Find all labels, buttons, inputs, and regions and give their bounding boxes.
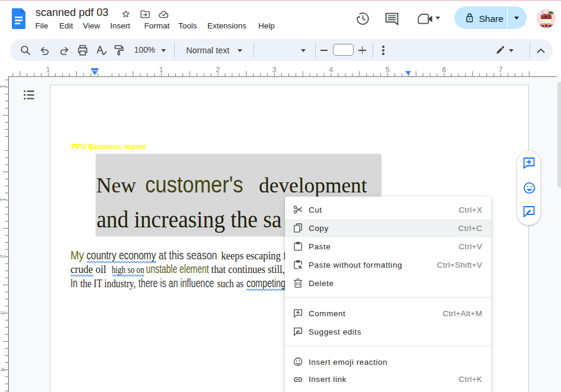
svg-text:the IT industry,: the IT industry, <box>81 277 136 290</box>
svg-text:development: development <box>259 173 367 197</box>
svg-text:and increasing the sa: and increasing the sa <box>97 206 282 233</box>
svg-text:such as: such as <box>217 277 244 290</box>
svg-text:My: My <box>70 249 84 262</box>
svg-text:keeps escaping fi: keeps escaping fi <box>221 249 289 262</box>
svg-text:In: In <box>70 277 78 290</box>
svg-text:high so on: high so on <box>112 264 145 275</box>
svg-text:competing: competing <box>246 277 286 290</box>
svg-text:PFU Business report: PFU Business report <box>72 142 146 151</box>
svg-text:crude oil: crude oil <box>70 263 106 275</box>
svg-text:country economy: country economy <box>86 249 156 262</box>
svg-text:at this season: at this season <box>159 249 217 262</box>
svg-text:customer's: customer's <box>145 172 243 197</box>
svg-text:unstable element: unstable element <box>146 262 210 275</box>
svg-text:New: New <box>97 173 137 197</box>
svg-text:there is an influence: there is an influence <box>139 277 214 290</box>
svg-text:that continues still,: that continues still, <box>211 263 285 275</box>
